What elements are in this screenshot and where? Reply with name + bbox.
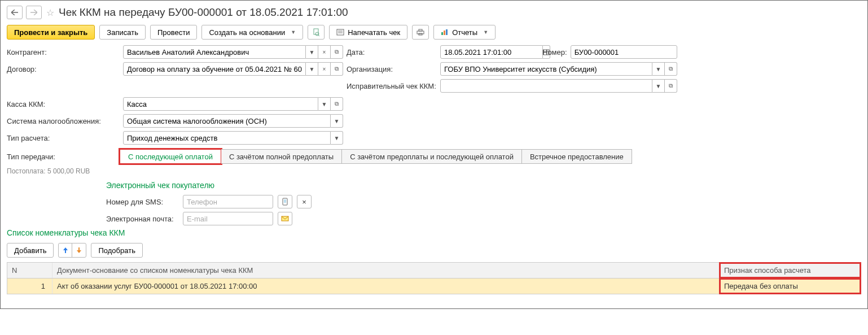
echeck-section: Электронный чек покупателю Номер для SMS… bbox=[3, 180, 865, 227]
dropdown-btn[interactable]: ▼ bbox=[331, 131, 343, 145]
date-label: Дата: bbox=[347, 48, 437, 56]
phone-pick-button[interactable] bbox=[278, 195, 292, 208]
nav-back-button[interactable] bbox=[7, 6, 23, 19]
email-label: Электронная почта: bbox=[106, 215, 178, 223]
arrow-left-icon bbox=[11, 10, 18, 15]
move-buttons bbox=[58, 243, 86, 258]
number-input[interactable] bbox=[571, 45, 677, 59]
pick-button[interactable]: Подобрать bbox=[91, 243, 142, 258]
open-btn[interactable]: ⧉ bbox=[665, 62, 677, 76]
sms-input[interactable] bbox=[183, 195, 273, 208]
svg-rect-15 bbox=[284, 199, 286, 203]
conduct-button[interactable]: Провести bbox=[150, 25, 198, 40]
svg-rect-10 bbox=[444, 31, 445, 35]
table-header: N Документ-основание со списком номенкла… bbox=[7, 263, 861, 279]
move-up-button[interactable] bbox=[59, 243, 72, 257]
svg-rect-3 bbox=[337, 29, 344, 35]
create-based-label: Создать на основании bbox=[209, 28, 285, 37]
dropdown-btn[interactable]: ▼ bbox=[331, 114, 343, 128]
counterparty-field: ▼ × ⧉ bbox=[123, 45, 343, 59]
conduct-close-button[interactable]: Провести и закрыть bbox=[7, 25, 95, 40]
add-row-button[interactable]: Добавить bbox=[7, 243, 54, 258]
org-input[interactable] bbox=[440, 62, 652, 76]
cell-sign: Передача без оплаты bbox=[720, 279, 861, 294]
postpay-info: Постоплата: 5 000,00 RUB bbox=[3, 166, 865, 180]
reports-button[interactable]: Отчеты ▼ bbox=[433, 25, 496, 40]
sms-clear-button[interactable]: × bbox=[297, 195, 312, 208]
org-field: ▼ ⧉ bbox=[440, 62, 677, 76]
form-row-1: Контрагент: ▼ × ⧉ Дата: Номер: Договор: … bbox=[3, 43, 865, 95]
form-block-2: Касса ККМ: ▼ ⧉ Система налогообложения: … bbox=[3, 95, 865, 147]
chevron-down-icon: ▼ bbox=[483, 29, 488, 35]
transfer-type-label: Тип передачи: bbox=[7, 153, 120, 161]
email-input[interactable] bbox=[183, 212, 273, 225]
transfer-option-full-prepay[interactable]: С зачётом полной предоплаты bbox=[221, 149, 342, 164]
dropdown-btn[interactable]: ▼ bbox=[652, 62, 665, 76]
transfer-option-later-payment[interactable]: С последующей оплатой bbox=[120, 149, 221, 164]
cell-n: 1 bbox=[7, 279, 52, 294]
counterparty-label: Контрагент: bbox=[7, 48, 120, 56]
print-button[interactable] bbox=[412, 25, 429, 40]
move-down-button[interactable] bbox=[72, 243, 86, 257]
main-toolbar: Провести и закрыть Записать Провести Соз… bbox=[3, 21, 865, 43]
kassa-label: Касса ККМ: bbox=[7, 100, 120, 108]
dropdown-btn[interactable]: ▼ bbox=[318, 97, 331, 111]
transfer-option-prepay-and-later[interactable]: С зачётом предоплаты и последующей оплат… bbox=[342, 149, 522, 164]
calc-type-label: Тип расчета: bbox=[7, 134, 120, 142]
kassa-input[interactable] bbox=[123, 97, 318, 111]
contract-input[interactable] bbox=[123, 62, 306, 76]
nomenclature-table: N Документ-основание со списком номенкла… bbox=[7, 262, 861, 294]
print-check-label: Напечатать чек bbox=[348, 28, 400, 37]
correction-field: ▼ ⧉ bbox=[440, 79, 677, 93]
open-btn[interactable]: ⧉ bbox=[331, 45, 343, 59]
receipt-icon bbox=[336, 29, 344, 36]
cell-doc: Акт об оказании услуг БУ00-000001 от 18.… bbox=[52, 279, 720, 294]
svg-line-2 bbox=[318, 35, 319, 36]
phone-icon bbox=[282, 198, 288, 206]
org-label: Организация: bbox=[347, 65, 437, 73]
create-based-on-button[interactable]: Создать на основании ▼ bbox=[201, 25, 303, 40]
open-btn[interactable]: ⧉ bbox=[665, 79, 677, 93]
col-n: N bbox=[7, 263, 52, 278]
transfer-type-row: Тип передачи: С последующей оплатой С за… bbox=[3, 147, 865, 166]
date-input[interactable] bbox=[440, 45, 543, 59]
save-button[interactable]: Записать bbox=[99, 25, 146, 40]
open-btn[interactable]: ⧉ bbox=[331, 97, 343, 111]
svg-rect-7 bbox=[419, 29, 422, 31]
calc-type-input[interactable] bbox=[123, 131, 331, 145]
number-label: Номер: bbox=[542, 48, 567, 56]
print-check-button[interactable]: Напечатать чек bbox=[329, 25, 407, 40]
tax-input[interactable] bbox=[123, 114, 331, 128]
svg-rect-0 bbox=[314, 29, 318, 34]
reports-label: Отчеты bbox=[452, 28, 477, 37]
transfer-option-counter[interactable]: Встречное предоставление bbox=[522, 149, 632, 164]
col-sign: Признак способа расчета bbox=[720, 263, 861, 278]
correction-input[interactable] bbox=[440, 79, 652, 93]
clear-btn[interactable]: × bbox=[318, 62, 331, 76]
table-row[interactable]: 1 Акт об оказании услуг БУ00-000001 от 1… bbox=[7, 279, 861, 294]
dropdown-btn[interactable]: ▼ bbox=[306, 45, 318, 59]
dropdown-btn[interactable]: ▼ bbox=[306, 62, 318, 76]
dropdown-btn[interactable]: ▼ bbox=[652, 79, 665, 93]
svg-rect-9 bbox=[441, 32, 443, 35]
sms-label: Номер для SMS: bbox=[106, 198, 178, 206]
clear-btn[interactable]: × bbox=[318, 45, 331, 59]
arrow-down-icon bbox=[76, 247, 82, 254]
favorite-star-icon[interactable]: ☆ bbox=[46, 7, 54, 18]
list-toolbar: Добавить Подобрать bbox=[3, 241, 865, 260]
envelope-icon bbox=[281, 215, 289, 222]
header-bar: ☆ Чек ККМ на передачу БУ00-000001 от 18.… bbox=[3, 3, 865, 21]
open-btn[interactable]: ⧉ bbox=[331, 62, 343, 76]
email-pick-button[interactable] bbox=[278, 212, 292, 225]
tax-label: Система налогообложения: bbox=[7, 117, 120, 125]
echeck-title: Электронный чек покупателю bbox=[106, 180, 865, 193]
list-section-title: Список номенклатуры чека ККМ bbox=[3, 227, 865, 241]
col-doc: Документ-основание со списком номенклату… bbox=[52, 263, 720, 278]
counterparty-input[interactable] bbox=[123, 45, 306, 59]
arrow-right-icon bbox=[30, 10, 37, 15]
search-document-button[interactable] bbox=[308, 25, 325, 40]
bar-chart-icon bbox=[441, 29, 449, 36]
nav-forward-button[interactable] bbox=[26, 6, 42, 19]
arrow-up-icon bbox=[63, 247, 68, 254]
chevron-down-icon: ▼ bbox=[291, 29, 296, 35]
